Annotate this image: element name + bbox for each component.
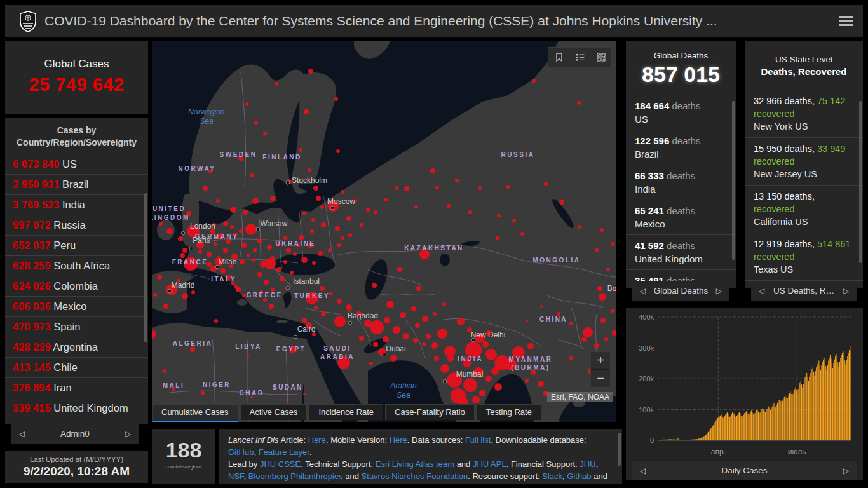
table-row[interactable]: 428 239 Argentina [5, 337, 148, 357]
zoom-out-button[interactable]: − [591, 369, 610, 387]
link[interactable]: NSF [228, 471, 244, 481]
table-row[interactable]: 122 596 deathsBrazil [626, 130, 736, 165]
link[interactable]: Here [390, 435, 407, 445]
svg-text:апр.: апр. [711, 447, 726, 456]
table-row[interactable]: 184 664 deathsUS [626, 95, 736, 130]
next-page-icon[interactable]: ▷ [843, 281, 849, 301]
table-row[interactable]: 32 966 deaths, 75 142recoveredNew York U… [745, 90, 863, 137]
table-row[interactable]: 624 026 Colombia [5, 276, 148, 296]
prev-page-icon[interactable]: ◁ [759, 281, 764, 301]
svg-text:Dubai: Dubai [386, 344, 405, 353]
link[interactable]: here [271, 484, 288, 484]
link[interactable]: JHU APL [473, 459, 506, 469]
table-row[interactable]: 6 073 840 US [5, 154, 148, 174]
zoom-in-button[interactable]: + [591, 352, 610, 369]
svg-text:LIBYA: LIBYA [235, 343, 262, 350]
table-row[interactable]: 66 333 deathsIndia [626, 165, 736, 200]
link[interactable]: AWS [228, 484, 247, 484]
link[interactable]: GitHub [228, 447, 254, 457]
map-attribution: Esri, FAO, NOAA [547, 392, 613, 402]
table-row[interactable]: 652 037 Peru [5, 235, 148, 255]
prev-page-icon[interactable]: ◁ [19, 424, 25, 444]
link[interactable]: Stavros Niarchos Foundation [362, 471, 468, 481]
global-cases-panel: Global Cases 25 749 642 [5, 41, 148, 114]
svg-text:TURKEY: TURKEY [294, 292, 330, 299]
table-row[interactable]: 12 919 deaths, 514 861recoveredTexas US [745, 233, 863, 280]
table-row[interactable]: 13 150 deaths,recoveredCalifornia US [745, 185, 863, 233]
svg-text:Warsaw: Warsaw [261, 219, 288, 228]
tab-cumulative-cases[interactable]: Cumulative Cases [152, 404, 238, 422]
jhu-shield-logo [19, 11, 37, 32]
prev-page-icon[interactable]: ◁ [640, 281, 646, 301]
global-cases-value: 25 749 642 [5, 74, 148, 95]
text: . Mobile Version: [326, 435, 390, 445]
svg-text:GREECE: GREECE [246, 292, 282, 299]
link[interactable]: Github [567, 471, 591, 481]
table-row[interactable]: 339 415 United Kingdom [5, 398, 148, 418]
daily-cases-chart-panel: 0100k200k300k400kапр.июль [626, 308, 863, 480]
next-page-icon[interactable]: ▷ [716, 281, 722, 301]
bookmark-icon[interactable] [548, 48, 569, 67]
basemap-icon[interactable] [590, 48, 611, 67]
table-row[interactable]: 65 241 deathsMexico [626, 200, 736, 234]
table-row[interactable]: 997 072 Russia [5, 215, 148, 235]
svg-text:ARABIA: ARABIA [320, 353, 355, 360]
global-deaths-value: 857 015 [626, 62, 736, 87]
chart-pager: ◁ Daily Cases ▷ [632, 461, 857, 480]
link[interactable]: Full list [465, 435, 491, 445]
tab-case-fatality-ratio[interactable]: Case-Fatality Ratio [385, 404, 475, 420]
svg-text:EGYPT: EGYPT [276, 346, 306, 353]
next-page-icon[interactable]: ▷ [843, 461, 849, 480]
table-row[interactable]: 606 036 Mexico [5, 296, 148, 316]
links-scrollbar[interactable] [618, 433, 621, 466]
cases-list: 6 073 840 US3 950 931 Brazil3 769 523 In… [5, 154, 148, 418]
prev-page-icon[interactable]: ◁ [640, 461, 646, 480]
svg-text:NIGER: NIGER [203, 381, 231, 388]
link[interactable]: Here [308, 435, 326, 445]
tab-incidence-rate[interactable]: Incidence Rate [309, 404, 383, 420]
world-map[interactable]: NorwegianSeaSWEDENFINLANDNORWAYStockholm… [152, 41, 616, 422]
text: , [596, 459, 599, 469]
link[interactable]: Bloomberg Philanthropies [248, 471, 343, 481]
legend-icon[interactable] [569, 48, 590, 67]
basemap-svg[interactable]: NorwegianSeaSWEDENFINLANDNORWAYStockholm… [152, 41, 616, 422]
svg-text:400k: 400k [639, 313, 654, 321]
global-deaths-title: Global Deaths [626, 51, 736, 60]
text: . Click [247, 484, 271, 484]
next-page-icon[interactable]: ▷ [125, 424, 131, 444]
table-row[interactable]: 376 894 Iran [5, 377, 148, 398]
table-row[interactable]: 3 769 523 India [5, 194, 148, 215]
table-row[interactable]: 15 950 deaths, 33 949recoveredNew Jersey… [745, 137, 863, 185]
text: to the CSSE dashboard team, and other JH… [327, 484, 494, 484]
table-row[interactable]: 3 950 931 Brazil [5, 174, 148, 194]
table-row[interactable]: 628 259 South Africa [5, 255, 148, 276]
link[interactable]: JHU [580, 459, 595, 469]
global-deaths-list: 184 664 deathsUS122 596 deathsBrazil66 3… [626, 95, 736, 288]
daily-cases-chart[interactable]: 0100k200k300k400kапр.июль [626, 308, 863, 462]
us-scrollbar[interactable] [859, 101, 862, 263]
text: donate [299, 484, 327, 484]
cases-scrollbar[interactable] [144, 193, 147, 342]
link[interactable]: Feature Layer [259, 447, 309, 457]
svg-text:MONGOLIA: MONGOLIA [533, 257, 581, 264]
table-row[interactable]: 470 973 Spain [5, 316, 148, 337]
countries-count-caption: countries/regions [152, 464, 215, 470]
menu-icon[interactable] [839, 16, 853, 26]
table-row[interactable]: 41 592 deathsUnited Kingdom [626, 234, 736, 269]
cases-by-country-panel: Cases by Country/Region/Sovereignty 6 07… [5, 118, 148, 424]
tab-active-cases[interactable]: Active Cases [240, 404, 308, 420]
svg-text:CHINA: CHINA [539, 316, 567, 323]
link[interactable]: JHU CSSE [260, 459, 301, 469]
last-updated-label: Last Updated at (M/D/YYYY) [5, 456, 148, 463]
svg-text:Sea: Sea [397, 391, 410, 400]
text: and [592, 471, 607, 481]
svg-text:Paris: Paris [193, 236, 210, 245]
us-state-subtitle: Deaths, Recovered [745, 66, 863, 77]
link[interactable]: Esri Living Atlas team [376, 459, 454, 469]
deaths-scrollbar[interactable] [732, 101, 735, 260]
link[interactable]: Slack [542, 471, 562, 481]
last-updated-value: 9/2/2020, 10:28 AM [5, 464, 148, 478]
tab-testing-rate[interactable]: Testing Rate [477, 404, 541, 420]
svg-text:200k: 200k [639, 375, 654, 383]
table-row[interactable]: 413 145 Chile [5, 357, 148, 377]
